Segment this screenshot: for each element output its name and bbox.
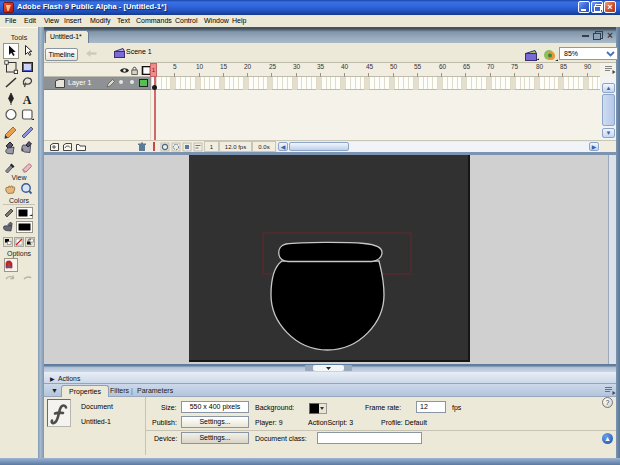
svg-text:A: A xyxy=(23,93,32,107)
